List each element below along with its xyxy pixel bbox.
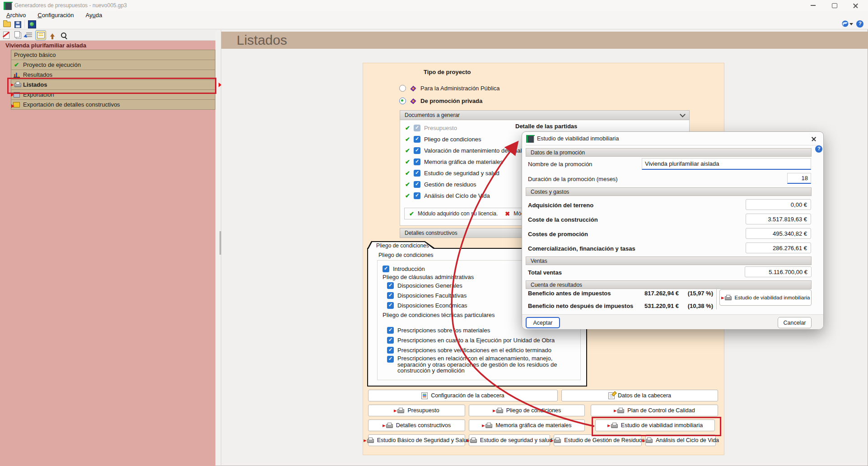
sidebar-item-label: Proyecto básico xyxy=(14,51,56,58)
legend-acquired-label: Módulo adquirido con su licencia. xyxy=(418,210,498,217)
aceptar-button[interactable]: Aceptar xyxy=(526,317,560,328)
document-checkbox[interactable] xyxy=(414,170,420,177)
maximize-icon xyxy=(832,3,837,8)
dialog-print-estudio-button[interactable]: Estudio de viabilidad inmobiliaria xyxy=(719,289,812,306)
sidebar-header[interactable]: Vivienda plurifamiliar aislada xyxy=(0,41,215,50)
adquisicion-terreno-input[interactable] xyxy=(746,199,811,210)
duracion-promocion-label: Duración de la promoción (meses) xyxy=(528,176,618,182)
print-estudio-viabilidad-button[interactable]: Estudio de viabilidad inmobiliaria xyxy=(595,419,715,431)
option-checkbox[interactable] xyxy=(387,347,394,354)
costes-promocion-label: Costes de promoción xyxy=(528,231,588,238)
menu-label-key: A xyxy=(6,12,10,19)
menu-archivo[interactable]: Archivo xyxy=(4,11,28,19)
nombre-promocion-input[interactable] xyxy=(642,158,811,170)
print-pliego-button[interactable]: Pliego de condiciones xyxy=(469,405,585,416)
print-plan-control-button[interactable]: Plan de Control de Calidad xyxy=(591,405,718,416)
dropdown-caret-icon xyxy=(849,23,853,27)
document-checkbox[interactable] xyxy=(414,125,420,131)
printer-icon xyxy=(554,439,561,443)
button-label: Estudio de viabilidad inmobiliaria xyxy=(735,295,810,300)
print-estudio-seguridad-button[interactable]: Estudio de seguridad y salud xyxy=(469,434,550,446)
delete-document-button[interactable] xyxy=(1,31,11,40)
sidebar-item-listados[interactable]: Listados xyxy=(11,80,215,90)
document-checkbox[interactable] xyxy=(414,192,420,199)
menu-configuracion[interactable]: Configuración xyxy=(35,11,76,19)
import-list-button[interactable] xyxy=(24,31,34,40)
splitter-handle[interactable] xyxy=(219,231,221,255)
document-label: Gestión de residuos xyxy=(424,181,476,188)
dialog-close-button[interactable] xyxy=(809,135,818,143)
save-button[interactable] xyxy=(13,20,23,29)
option-checkbox[interactable] xyxy=(387,292,394,299)
check-row-prescripciones-ejecucion: Prescripciones en cuanto a la Ejecución … xyxy=(387,336,555,345)
print-presupuesto-button[interactable]: Presupuesto xyxy=(368,405,465,416)
form-view-button[interactable] xyxy=(35,30,46,40)
button-label: Análisis del Ciclo de Vida xyxy=(656,437,719,443)
option-checkbox[interactable] xyxy=(387,327,394,334)
close-button[interactable] xyxy=(845,1,865,9)
maximize-button[interactable] xyxy=(825,1,845,9)
sidebar-items: Proyecto básico Proyecto de ejecución Re… xyxy=(11,50,215,110)
sidebar-item-proyecto-ejecucion[interactable]: Proyecto de ejecución xyxy=(11,60,215,70)
printer-icon xyxy=(397,409,404,413)
document-checkbox[interactable] xyxy=(414,136,420,143)
print-estudio-basico-seguridad-button[interactable]: Estudio Básico de Seguridad y Salud xyxy=(368,434,465,446)
menu-ayuda[interactable]: Ayuda xyxy=(83,11,105,19)
option-checkbox[interactable] xyxy=(387,302,394,309)
duracion-promocion-input[interactable] xyxy=(787,173,811,184)
total-ventas-input[interactable] xyxy=(745,266,812,277)
language-selector[interactable] xyxy=(842,20,853,27)
option-label: Prescripciones en relación con el almace… xyxy=(397,355,574,374)
bar-label: Documentos a generar xyxy=(405,112,460,118)
datos-cabecera-button[interactable]: Datos de la cabecera xyxy=(561,390,718,401)
document-label: Presupuesto xyxy=(424,125,457,131)
tab-label[interactable]: Pliego de condiciones xyxy=(376,242,429,249)
option-label: Prescripciones sobre verificaciones en e… xyxy=(397,347,551,354)
option-label: Disposiciones Facultativas xyxy=(397,292,467,299)
export-icon xyxy=(13,92,20,98)
printer-icon xyxy=(13,82,20,87)
copy-document-button[interactable] xyxy=(13,31,23,40)
export-up-button[interactable] xyxy=(47,31,57,40)
options-button[interactable] xyxy=(27,20,37,29)
radio-label: Para la Administración Pública xyxy=(420,85,500,92)
sidebar-item-label: Resultados xyxy=(23,71,52,78)
results-divider xyxy=(716,288,717,309)
sidebar-item-label: Proyecto de ejecución xyxy=(23,61,81,68)
minimize-button[interactable] xyxy=(803,1,823,9)
option-checkbox[interactable] xyxy=(387,282,394,289)
comercializacion-input[interactable] xyxy=(746,242,811,253)
module-licensed-icon xyxy=(405,136,410,143)
sidebar-item-exportacion-detalles[interactable]: Exportación de detalles constructivos xyxy=(11,100,215,110)
coste-construccion-input[interactable] xyxy=(746,214,811,224)
documentos-a-generar-bar[interactable]: Documentos a generar xyxy=(400,110,690,120)
document-row-pliego: Pliego de condiciones xyxy=(405,135,481,144)
option-label: Disposiciones Económicas xyxy=(397,302,467,309)
document-checkbox[interactable] xyxy=(414,147,420,154)
open-file-button[interactable] xyxy=(2,20,12,29)
beneficio-antes-label: Beneficio antes de impuestos xyxy=(528,290,611,297)
page-banner: Listados xyxy=(221,32,868,49)
radio-promocion-privada[interactable] xyxy=(399,98,406,104)
print-memoria-button[interactable]: Memoria gráfica de materiales xyxy=(469,419,585,431)
sidebar-item-resultados[interactable]: Resultados xyxy=(11,70,215,80)
search-button[interactable] xyxy=(59,31,69,40)
document-checkbox[interactable] xyxy=(414,181,420,188)
option-checkbox[interactable] xyxy=(387,356,394,363)
costes-promocion-input[interactable] xyxy=(746,228,811,239)
document-checkbox[interactable] xyxy=(414,158,420,165)
help-button[interactable] xyxy=(856,20,863,28)
print-ciclo-vida-button[interactable]: Análisis del Ciclo de Vida xyxy=(645,434,716,446)
radio-administracion-publica[interactable] xyxy=(399,85,406,92)
open-folder-icon xyxy=(3,22,11,27)
sidebar-item-proyecto-basico[interactable]: Proyecto básico xyxy=(11,50,215,60)
configuracion-cabecera-button[interactable]: Configuración de la cabecera xyxy=(368,390,558,401)
pliego-panel-label: Pliego de condiciones xyxy=(378,252,434,258)
option-checkbox[interactable] xyxy=(387,337,394,344)
print-detalles-button[interactable]: Detalles constructivos xyxy=(368,419,465,431)
dialog-help-button[interactable] xyxy=(815,145,822,153)
print-gestion-residuos-button[interactable]: Estudio de Gestión de Residuos xyxy=(554,434,642,446)
cancelar-button[interactable]: Cancelar xyxy=(778,317,812,328)
option-checkbox[interactable] xyxy=(383,266,389,272)
sidebar-item-exportacion[interactable]: Exportación xyxy=(11,90,215,100)
